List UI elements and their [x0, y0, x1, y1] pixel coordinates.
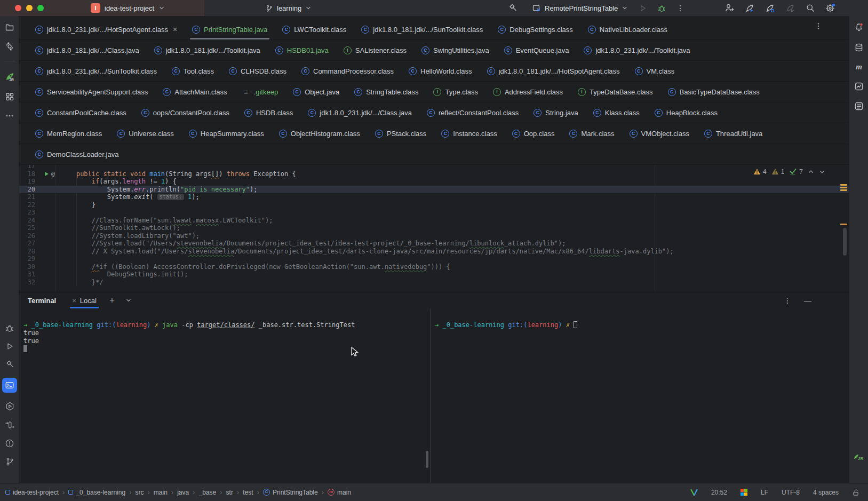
commit-icon[interactable]	[5, 42, 14, 51]
add-user-icon[interactable]	[724, 3, 735, 13]
terminal-pane-right[interactable]: → _0_base-learning git:(learning) ✗	[431, 308, 849, 483]
unlocked-icon[interactable]	[852, 488, 859, 497]
prev-problem-icon[interactable]	[808, 169, 814, 175]
editor-tab[interactable]: CMark.class	[562, 123, 622, 144]
editor-tab[interactable]: CCommandProcessor.class	[294, 61, 401, 81]
branch-widget[interactable]: learning	[265, 0, 312, 16]
editor-tab[interactable]: Cjdk1.8.0_181.jdk/.../HotSpotAgent.class	[480, 61, 627, 81]
code-line[interactable]: 29	[19, 255, 849, 263]
next-problem-icon[interactable]	[819, 169, 825, 175]
more-icon[interactable]: ⋮	[676, 5, 684, 11]
breadcrumb-item[interactable]: main	[154, 489, 168, 496]
settings-icon[interactable]	[825, 3, 835, 13]
terminal-dropdown-icon[interactable]	[125, 297, 132, 304]
project-folder-icon[interactable]	[5, 22, 14, 32]
close-window-button[interactable]	[15, 5, 21, 11]
code-editor[interactable]: 1718@ public static void main(String arg…	[19, 165, 849, 292]
inspections-widget[interactable]: 4 1 7	[753, 168, 825, 176]
editor-tab[interactable]: CTool.class	[164, 61, 221, 81]
editor-tab[interactable]: CObjectHistogram.class	[272, 123, 368, 144]
project-widget[interactable]: I idea-test-project	[91, 0, 165, 16]
editor-tab[interactable]: CBasicTypeDataBase.class	[660, 82, 767, 102]
breadcrumb-item[interactable]: src	[135, 489, 144, 496]
editor-tab[interactable]: CPrintStringTable.java	[185, 19, 275, 39]
problems-icon[interactable]	[5, 439, 14, 448]
editor-tab[interactable]: IAddressField.class	[485, 82, 570, 102]
editor-tab[interactable]: Cjdk1.8.0_181.jdk/.../Class.java	[28, 40, 147, 60]
passed-checks-badge[interactable]: 7	[789, 168, 803, 176]
run-icon[interactable]	[638, 4, 647, 13]
editor-tab[interactable]: CUniverse.class	[109, 123, 181, 144]
editor-tab[interactable]: CHeapBlock.class	[647, 102, 725, 123]
debug-icon[interactable]	[5, 323, 14, 333]
database-icon[interactable]	[854, 43, 864, 52]
caret-position[interactable]: 20:52	[711, 489, 727, 496]
code-line[interactable]: 28 // X System.load("/Users/stevenobelia…	[19, 248, 849, 256]
indent-setting[interactable]: 4 spaces	[813, 489, 839, 496]
notifications-bell-icon[interactable]	[854, 22, 864, 33]
editor-tab[interactable]: Cjdk1.8.0_231.jdk/.../SunToolkit.class	[28, 61, 164, 81]
editor-tab[interactable]: CConstantPoolCache.class	[28, 102, 134, 123]
editor-tab[interactable]: CObject.java	[285, 82, 347, 102]
editor-tab[interactable]: CString.java	[526, 102, 585, 123]
editor-tab[interactable]: CNativeLibLoader.class	[580, 19, 675, 39]
jrebel-debug-icon[interactable]	[765, 3, 775, 13]
editor-tab[interactable]: CCLHSDB.class	[221, 61, 294, 81]
code-line[interactable]: 24 //Class.forName("sun.lwawt.macosx.LWC…	[19, 217, 849, 225]
editor-tab[interactable]: CSwingUtilities.java	[414, 40, 497, 60]
breadcrumb-item[interactable]: idea-test-project	[5, 489, 59, 496]
editor-tab[interactable]: Cjdk1.8.0_231.jdk/.../Class.java	[300, 102, 419, 123]
debug-icon[interactable]	[657, 4, 666, 13]
editor-tab[interactable]: Creflect/ConstantPool.class	[419, 102, 526, 123]
editor-tab[interactable]: CThreadUtil.java	[697, 123, 770, 144]
editor-tab[interactable]: CLWCToolkit.class	[275, 19, 354, 39]
terminal-icon[interactable]	[2, 378, 17, 393]
code-line[interactable]: 21 System.exit( status: 1);	[19, 193, 849, 201]
run-line-icon[interactable]	[45, 172, 49, 176]
editor-tab[interactable]: CAttachMain.class	[155, 82, 234, 102]
editor-tab[interactable]: CPStack.class	[368, 123, 434, 144]
warnings-badge[interactable]: 4	[753, 168, 767, 176]
editor-tab[interactable]: Cjdk1.8.0_181.jdk/.../Toolkit.java	[147, 40, 268, 60]
code-line[interactable]: 32 }*/	[19, 279, 849, 287]
file-encoding[interactable]: UTF-8	[782, 489, 800, 496]
code-line[interactable]: 30 /*if ((Boolean) AccessController.doPr…	[19, 263, 849, 271]
code-line[interactable]: 18@ public static void main(String args[…	[19, 170, 849, 178]
run-configuration-select[interactable]: RemotePrintStringTable	[532, 4, 628, 13]
breadcrumb-item[interactable]: mmain	[328, 489, 351, 496]
editor-tab[interactable]: Cjdk1.8.0_231.jdk/.../HotSpotAgent.class…	[28, 19, 185, 39]
editor-tab[interactable]: CKlass.class	[586, 102, 647, 123]
editor-tab[interactable]: CInstance.class	[434, 123, 504, 144]
editor-tab[interactable]: ITypeDataBase.class	[570, 82, 660, 102]
breadcrumb-item[interactable]: str	[226, 489, 233, 496]
terminal-scrollbar[interactable]	[426, 451, 428, 468]
windows-colors-icon[interactable]	[740, 489, 747, 496]
editor-tab[interactable]: Cjdk1.8.0_231.jdk/.../Toolkit.java	[576, 40, 697, 60]
breadcrumb-item[interactable]: _base	[199, 489, 217, 496]
breadcrumb-item[interactable]: CPrintStringTable	[263, 489, 318, 496]
editor-tab[interactable]: CVMObject.class	[622, 123, 697, 144]
breadcrumb-item[interactable]: test	[243, 489, 253, 496]
editor-tab[interactable]: CHSDB.class	[237, 102, 300, 123]
editor-tab[interactable]: ≡.gitkeep	[235, 82, 286, 102]
code-line[interactable]: 25 //SunToolkit.awtLock();	[19, 224, 849, 232]
code-line[interactable]: 22 }	[19, 201, 849, 209]
editor-tab[interactable]: CVM.class	[627, 61, 682, 81]
hide-terminal-icon[interactable]: —	[804, 296, 811, 305]
jrebel-run-icon[interactable]	[745, 3, 755, 13]
weak-warnings-badge[interactable]: 1	[771, 168, 785, 176]
close-icon[interactable]: ×	[173, 26, 177, 33]
terminal-options-icon[interactable]: ⋮	[784, 298, 791, 303]
endpoints-icon[interactable]	[5, 420, 15, 430]
code-line[interactable]: 19 if(args.length != 1) {	[19, 178, 849, 186]
editor-tab[interactable]: CDebugSettings.class	[490, 19, 580, 39]
editor-tab[interactable]: ISAListener.class	[336, 40, 414, 60]
documentation-icon[interactable]	[854, 101, 864, 111]
editor-tab[interactable]: COop.class	[505, 123, 562, 144]
jrebel-badge-icon[interactable]: JR	[853, 452, 865, 461]
code-line[interactable]: 27 //System.load("/Users/stevenobelia/Do…	[19, 240, 849, 248]
breadcrumb-item[interactable]: _0_base-learning	[68, 489, 125, 496]
code-line[interactable]: 26 //System.loadLibrary("awt");	[19, 232, 849, 240]
code-line[interactable]: 31 DebugSettings.init();	[19, 271, 849, 279]
profiler-icon[interactable]	[854, 82, 864, 91]
